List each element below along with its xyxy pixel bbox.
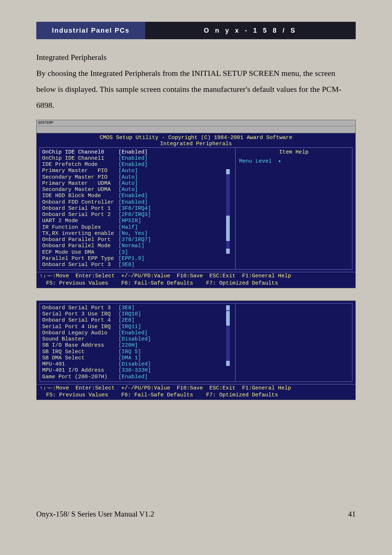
bios-setting-row[interactable]: Primary Master PIO[Auto] bbox=[42, 168, 233, 174]
bios-setting-label: OnChip IDE Channel1 bbox=[42, 155, 118, 162]
scrollbar-thumb-bottom[interactable] bbox=[226, 249, 230, 254]
bios-setting-row[interactable]: Game Port (200-207H)[Enabled] bbox=[42, 374, 233, 380]
bios-setting-row[interactable]: ECP Mode Use DMA[3] bbox=[42, 249, 233, 256]
bios-setting-label: Parallel Port EPP Type bbox=[42, 256, 118, 262]
bios-screenshot-2: Onboard Serial Port 3[3E8]Serial Port 3 … bbox=[36, 301, 356, 400]
bios-setting-label: Serial Port 3 Use IRQ bbox=[42, 311, 118, 317]
bios-setting-row[interactable]: MPU-401 I/O Address[330-333H] bbox=[42, 367, 233, 374]
bios-setting-value: [Disabled] bbox=[118, 361, 151, 367]
bios-setting-value: [3E8] bbox=[118, 305, 135, 311]
header-bars: Industrial Panel PCs O n y x - 1 5 8 / S bbox=[36, 22, 356, 39]
bios-setting-row[interactable]: Parallel Port EPP Type[EPP1.9] bbox=[42, 256, 233, 262]
bios-setting-row[interactable]: OnChip IDE Channel0[Enabled] bbox=[42, 149, 233, 155]
bios-setting-row[interactable]: UART 2 Mode[HPSIR] bbox=[42, 218, 233, 224]
bios-settings-list[interactable]: OnChip IDE Channel0[Enabled]OnChip IDE C… bbox=[40, 147, 235, 270]
footer-manual-name: Onyx-158/ S Series User Manual V1.2 bbox=[36, 510, 154, 519]
bios-setting-row[interactable]: Onboard Legacy Audio[Enabled] bbox=[42, 330, 233, 336]
bios-setting-label: IDE Prefetch Mode bbox=[42, 162, 118, 168]
bios-setting-value: [IRQ10] bbox=[118, 311, 141, 317]
bios-help-panel-2 bbox=[235, 303, 352, 382]
bios-setting-row[interactable]: IDE Prefetch Mode[Enabled] bbox=[42, 162, 233, 168]
bios-setting-label: MPU-401 I/O Address bbox=[42, 367, 118, 374]
section-paragraph: By choosing the Integrated Peripherals f… bbox=[36, 65, 356, 113]
bios-scrollbar[interactable] bbox=[226, 169, 230, 254]
bios-setting-row[interactable]: Onboard Serial Port 3[3E8] bbox=[42, 262, 233, 268]
bios-settings-list-2[interactable]: Onboard Serial Port 3[3E8]Serial Port 3 … bbox=[40, 303, 235, 382]
bios-setting-label: TX,RX inverting enable bbox=[42, 230, 118, 237]
bios-setting-value: [Enabled] bbox=[118, 330, 148, 336]
bios-setting-row[interactable]: Onboard Serial Port 3[3E8] bbox=[42, 305, 233, 311]
bios-title: CMOS Setup Utility - Copyright (C) 1984-… bbox=[40, 135, 352, 141]
bios-setting-value: [Enabled] bbox=[118, 193, 148, 199]
body-text: Integrated Peripherals By choosing the I… bbox=[36, 49, 356, 113]
bios-setting-label: SB I/O Base Address bbox=[42, 342, 118, 348]
scrollbar-thumb-mid-2[interactable] bbox=[226, 311, 230, 326]
bios-setting-value: [Enabled] bbox=[118, 374, 148, 380]
scrollbar-thumb-top-2[interactable] bbox=[226, 305, 230, 310]
scrollbar-thumb-top[interactable] bbox=[226, 169, 230, 174]
bios-setting-label: Secondary Master UDMA bbox=[42, 187, 118, 193]
bios-setting-label: IR Function Duplex bbox=[42, 224, 118, 230]
bios-setting-label: SB IRQ Select bbox=[42, 349, 118, 355]
bios-setting-value: [2F8/IRQ3] bbox=[118, 212, 151, 218]
bios-setting-label: UART 2 Mode bbox=[42, 218, 118, 224]
bios-setting-value: [Auto] bbox=[118, 180, 138, 187]
bios-setting-value: [Auto] bbox=[118, 187, 138, 193]
bios-scrollbar-2[interactable] bbox=[226, 305, 230, 366]
bios-setting-value: [Enabled] bbox=[118, 149, 148, 155]
bios-setting-row[interactable]: Onboard Serial Port 4[2E8] bbox=[42, 317, 233, 323]
bios-setting-row[interactable]: Secondary Master UDMA[Auto] bbox=[42, 187, 233, 193]
bios-setting-label: Serial Port 4 Use IRQ bbox=[42, 324, 118, 330]
bios-setting-value: [378/IRQ7] bbox=[118, 237, 151, 243]
bios-setting-row[interactable]: OnChip IDE Channel1[Enabled] bbox=[42, 155, 233, 162]
bios-setting-value: [Disabled] bbox=[118, 336, 151, 342]
bios-setting-row[interactable]: Onboard Parallel Port[378/IRQ7] bbox=[42, 237, 233, 243]
bios-setting-row[interactable]: Onboard FDD Controller[Enabled] bbox=[42, 199, 233, 205]
bios-help-title: Item Help bbox=[239, 149, 348, 155]
bios-setting-label: Onboard Serial Port 3 bbox=[42, 305, 118, 311]
bios-setting-value: [220H] bbox=[118, 342, 138, 348]
bios-setting-label: Onboard FDD Controller bbox=[42, 199, 118, 205]
bios-setting-value: [Normal] bbox=[118, 243, 144, 249]
bios-setting-row[interactable]: IR Function Duplex[Half] bbox=[42, 224, 233, 230]
bios-setting-row[interactable]: Onboard Parallel Mode[Normal] bbox=[42, 243, 233, 249]
bios-setting-row[interactable]: Onboard Serial Port 2[2F8/IRQ3] bbox=[42, 212, 233, 218]
bios-setting-row[interactable]: Serial Port 4 Use IRQ[IRQ11] bbox=[42, 324, 233, 330]
bios-setting-label: MPU-401 bbox=[42, 361, 118, 367]
bios-help-panel: Item Help Menu Level ▸ bbox=[235, 147, 352, 270]
bios-setting-row[interactable]: Onboard Serial Port 1[3F8/IRQ4] bbox=[42, 205, 233, 212]
bios-setting-label: Sound Blaster bbox=[42, 336, 118, 342]
scrollbar-thumb-bottom-2[interactable] bbox=[226, 361, 230, 366]
scrollbar-thumb-mid[interactable] bbox=[226, 216, 230, 241]
bios-setting-value: [2E8] bbox=[118, 317, 135, 323]
bios-setting-value: [Enabled] bbox=[118, 199, 148, 205]
bios-subtitle: Integrated Peripherals bbox=[40, 141, 352, 147]
bios-setting-row[interactable]: Sound Blaster[Disabled] bbox=[42, 336, 233, 342]
bios-setting-value: [3F8/IRQ4] bbox=[118, 205, 151, 212]
bios-setting-value: [Half] bbox=[118, 224, 138, 230]
bios-setting-row[interactable]: TX,RX inverting enable[No, Yes] bbox=[42, 230, 233, 237]
bios-setting-value: [HPSIR] bbox=[118, 218, 141, 224]
bios-setting-label: Onboard Serial Port 4 bbox=[42, 317, 118, 323]
bios-setting-row[interactable]: Primary Master UDMA[Auto] bbox=[42, 180, 233, 187]
header-right-label: O n y x - 1 5 8 / S bbox=[145, 22, 356, 39]
bios-setting-value: [330-333H] bbox=[118, 367, 151, 374]
bios-setting-row[interactable]: Secondary Master PIO[Auto] bbox=[42, 174, 233, 180]
bios-setting-row[interactable]: IDE HDD Block Mode[Enabled] bbox=[42, 193, 233, 199]
bios-screenshot-1: DOSTERP CMOS Setup Utility - Copyright (… bbox=[36, 120, 356, 288]
footer-page-number: 41 bbox=[348, 510, 356, 519]
bios-setting-label: ECP Mode Use DMA bbox=[42, 249, 118, 256]
bios-setting-row[interactable]: MPU-401[Disabled] bbox=[42, 361, 233, 367]
bios-setting-row[interactable]: Serial Port 3 Use IRQ[IRQ10] bbox=[42, 311, 233, 317]
bios-setting-row[interactable]: SB DMA Select[DMA 1] bbox=[42, 355, 233, 361]
bios-help-menu-level: Menu Level ▸ bbox=[239, 158, 348, 164]
header-left-label: Industrial Panel PCs bbox=[36, 22, 145, 39]
bios-setting-row[interactable]: SB I/O Base Address[220H] bbox=[42, 342, 233, 348]
window-titlebar: DOSTERP bbox=[37, 120, 355, 126]
bios-setting-label: OnChip IDE Channel0 bbox=[42, 149, 118, 155]
bios-setting-label: Onboard Serial Port 1 bbox=[42, 205, 118, 212]
bios-setting-label: SB DMA Select bbox=[42, 355, 118, 361]
bios-setting-row[interactable]: SB IRQ Select[IRQ 5] bbox=[42, 349, 233, 355]
bios-setting-value: [Auto] bbox=[118, 174, 138, 180]
chevron-right-icon: ▸ bbox=[278, 158, 282, 164]
